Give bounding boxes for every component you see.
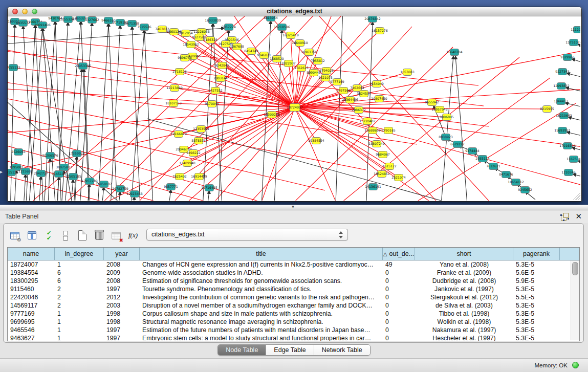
graph-node[interactable]: 16958107 bbox=[96, 181, 112, 188]
graph-node-selected[interactable]: 18107553 bbox=[165, 100, 182, 107]
graph-edge[interactable] bbox=[199, 107, 295, 141]
graph-node[interactable]: 20053346 bbox=[75, 63, 91, 70]
graph-edge[interactable] bbox=[565, 103, 580, 108]
graph-node-selected[interactable]: 16961758 bbox=[301, 49, 317, 56]
graph-node-selected[interactable]: 18543962 bbox=[183, 41, 199, 48]
graph-node[interactable]: 16033809 bbox=[205, 17, 221, 24]
function-builder-button[interactable]: f(x) bbox=[127, 229, 139, 242]
graph-node-selected[interactable]: 8096905 bbox=[440, 114, 454, 121]
close-panel-icon[interactable]: ✕ bbox=[575, 212, 582, 221]
graph-edge[interactable] bbox=[108, 23, 118, 201]
network-window[interactable]: citations_edges.txt 18724007746382286601… bbox=[7, 7, 582, 202]
graph-node[interactable]: 20876842 bbox=[364, 16, 381, 23]
float-panel-icon[interactable] bbox=[561, 213, 569, 221]
graph-node[interactable]: 1112034 bbox=[571, 27, 580, 33]
graph-node-selected[interactable]: 2986372 bbox=[352, 107, 366, 114]
delete-column-button[interactable] bbox=[93, 229, 105, 242]
graph-edge[interactable] bbox=[568, 117, 580, 123]
graph-node-selected[interactable]: 2718126 bbox=[172, 69, 187, 75]
graph-node-selected[interactable]: 8912954 bbox=[179, 30, 193, 37]
graph-node[interactable]: 10654112 bbox=[508, 179, 524, 186]
table-row[interactable]: 1938455462009Genome-wide association stu… bbox=[8, 269, 579, 277]
graph-node[interactable]: 9857771 bbox=[164, 184, 178, 190]
show-column-button[interactable] bbox=[26, 229, 38, 242]
graph-node[interactable]: 17016504 bbox=[559, 143, 576, 149]
table-row[interactable]: 1830029562008Estimation of significance … bbox=[8, 277, 579, 285]
network-window-titlebar[interactable]: citations_edges.txt bbox=[8, 7, 581, 16]
zoom-button[interactable] bbox=[32, 9, 37, 14]
graph-node[interactable]: 15218506 bbox=[274, 24, 290, 31]
graph-node-selected[interactable]: 9242845 bbox=[215, 62, 229, 69]
graph-node-selected[interactable]: 16914479 bbox=[191, 173, 207, 180]
graph-node[interactable]: 16782759 bbox=[112, 186, 128, 192]
graph-node[interactable]: 14136141 bbox=[365, 184, 381, 190]
graph-node[interactable]: 17359928 bbox=[69, 150, 85, 157]
graph-node[interactable]: 2935114 bbox=[475, 156, 490, 162]
graph-node[interactable]: 12093832 bbox=[553, 83, 570, 90]
graph-node-selected[interactable]: 10807450 bbox=[371, 96, 387, 102]
column-header-name[interactable]: name bbox=[8, 248, 55, 260]
graph-edge[interactable] bbox=[455, 56, 468, 201]
graph-node[interactable]: 15751074 bbox=[565, 39, 580, 46]
graph-node-selected[interactable]: 19384554 bbox=[308, 138, 324, 144]
panel-divider[interactable]: ▾ bbox=[0, 205, 588, 210]
column-header-short[interactable]: short bbox=[415, 248, 513, 260]
graph-node[interactable]: 3915123 bbox=[8, 169, 18, 176]
graph-node[interactable]: 8471676 bbox=[499, 171, 513, 178]
graph-node[interactable]: 9245652 bbox=[518, 187, 532, 193]
graph-edge[interactable] bbox=[573, 174, 580, 179]
graph-edge[interactable] bbox=[199, 37, 295, 107]
graph-node-selected[interactable]: 2521074 bbox=[391, 174, 406, 181]
graph-edge[interactable] bbox=[130, 30, 144, 201]
table-row[interactable]: 946554611997Estimation of the future num… bbox=[8, 326, 579, 334]
graph-node-selected[interactable]: 12409948 bbox=[179, 160, 195, 167]
graph-edge[interactable] bbox=[48, 158, 50, 201]
graph-edge[interactable] bbox=[101, 187, 104, 201]
graph-edge[interactable] bbox=[397, 103, 576, 201]
graph-node-selected[interactable]: 10688639 bbox=[364, 127, 381, 134]
graph-node[interactable]: 9227343 bbox=[555, 69, 570, 75]
graph-node-selected[interactable]: 8990448 bbox=[307, 70, 321, 76]
graph-edge[interactable] bbox=[295, 107, 447, 117]
graph-node-selected[interactable]: 9154049 bbox=[369, 81, 384, 87]
network-graph-canvas[interactable]: 1872400774638228660124891295412226058932… bbox=[8, 16, 580, 201]
graph-node[interactable]: 1344413 bbox=[554, 98, 568, 105]
graph-node-selected[interactable]: 16157276 bbox=[372, 28, 388, 34]
graph-node[interactable]: 8938923 bbox=[439, 134, 453, 141]
graph-edge[interactable] bbox=[199, 107, 295, 177]
graph-node-selected[interactable]: 3624594 bbox=[357, 91, 371, 97]
row-height-button[interactable] bbox=[59, 229, 72, 242]
graph-node-selected[interactable]: 8454749 bbox=[244, 48, 258, 55]
graph-node-selected[interactable]: 1615172 bbox=[382, 163, 397, 170]
graph-node[interactable]: 8813054 bbox=[264, 16, 278, 21]
graph-node[interactable]: 30975887 bbox=[56, 164, 72, 171]
graph-node-selected[interactable]: 7625402 bbox=[172, 173, 187, 180]
tab-network-table[interactable]: Network Table bbox=[314, 345, 370, 355]
graph-edge[interactable] bbox=[191, 45, 295, 107]
graph-node-selected[interactable]: 12213869 bbox=[166, 85, 183, 92]
table-scrollbar[interactable] bbox=[571, 260, 579, 340]
graph-node[interactable]: 2055133 bbox=[8, 64, 20, 71]
column-header-out-de-[interactable]: △out_de... bbox=[383, 248, 415, 260]
graph-node[interactable]: 16210643 bbox=[556, 113, 572, 119]
table-row[interactable]: 977716911998Corpus callosum shape and si… bbox=[8, 310, 579, 318]
graph-edge[interactable] bbox=[295, 107, 345, 201]
column-header-in-degree[interactable]: in_degree bbox=[55, 248, 104, 260]
delete-table-button[interactable]: ✖ bbox=[110, 229, 122, 242]
graph-edge[interactable] bbox=[202, 23, 213, 201]
table-row[interactable]: 2242004622012Investigating the contribut… bbox=[8, 293, 579, 301]
graph-node[interactable]: 9329966 bbox=[560, 54, 575, 61]
graph-node-selected[interactable]: 15720407 bbox=[359, 118, 376, 125]
graph-edge[interactable] bbox=[38, 176, 41, 201]
graph-node-selected[interactable]: 16640910 bbox=[292, 40, 308, 47]
graph-node-selected[interactable]: 16325419 bbox=[282, 32, 299, 39]
graph-node[interactable]: 1167534 bbox=[567, 156, 580, 163]
graph-node-selected[interactable]: 18807249 bbox=[368, 141, 385, 147]
graph-node-selected[interactable]: 9777169 bbox=[330, 79, 344, 85]
graph-node-selected[interactable]: 8427552 bbox=[208, 87, 223, 94]
graph-node[interactable]: 1327602 bbox=[85, 17, 99, 24]
graph-node-selected[interactable]: 9498222 bbox=[186, 150, 201, 157]
graph-edge[interactable] bbox=[8, 157, 202, 201]
graph-node[interactable]: 7632621 bbox=[486, 163, 500, 170]
column-header-year[interactable]: year bbox=[104, 248, 140, 260]
